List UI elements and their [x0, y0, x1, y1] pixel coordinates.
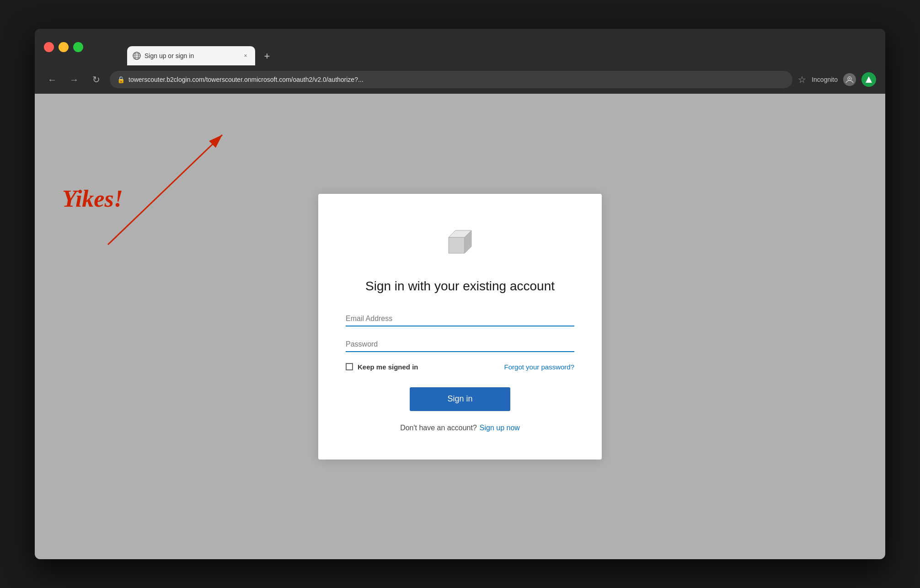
- incognito-icon: [843, 73, 856, 86]
- reload-button[interactable]: ↻: [88, 71, 104, 88]
- password-input[interactable]: [346, 337, 574, 352]
- yikes-annotation: Yikes!: [62, 185, 123, 212]
- tab-title: Sign up or sign in: [144, 52, 238, 59]
- password-form-group: [346, 337, 574, 352]
- email-input[interactable]: [346, 312, 574, 326]
- browser-tab[interactable]: Sign up or sign in ×: [127, 46, 255, 65]
- svg-marker-10: [449, 237, 465, 253]
- url-path: /towerscouter.onmicrosoft.com/oauth2/v2.…: [204, 76, 364, 83]
- no-account-text: Don't have an account?: [400, 424, 477, 432]
- login-card: Sign in with your existing account Keep …: [318, 194, 602, 460]
- svg-line-9: [108, 135, 222, 245]
- sign-in-title: Sign in with your existing account: [365, 279, 555, 294]
- tab-bar: Sign up or sign in × +: [91, 46, 312, 65]
- address-field[interactable]: 🔒 towerscouter.b2clogin.com/towerscouter…: [110, 71, 792, 88]
- svg-marker-7: [866, 76, 872, 83]
- url-main: towerscouter.b2clogin.com: [128, 76, 204, 83]
- sign-up-row: Don't have an account? Sign up now: [400, 424, 520, 432]
- options-row: Keep me signed in Forgot your password?: [346, 363, 574, 371]
- svg-point-6: [849, 78, 850, 80]
- keep-signed-in-label[interactable]: Keep me signed in: [346, 363, 418, 371]
- email-form-group: [346, 312, 574, 326]
- address-actions: ☆ Incognito: [798, 72, 876, 87]
- bookmark-icon[interactable]: ☆: [798, 74, 806, 85]
- title-bar: Sign up or sign in × +: [35, 29, 885, 65]
- new-tab-button[interactable]: +: [259, 48, 275, 64]
- tab-favicon-icon: [133, 52, 141, 60]
- close-window-button[interactable]: [44, 42, 54, 52]
- profile-button[interactable]: [861, 72, 876, 87]
- traffic-lights: [44, 42, 83, 52]
- minimize-window-button[interactable]: [59, 42, 69, 52]
- forward-button[interactable]: →: [66, 71, 82, 88]
- maximize-window-button[interactable]: [73, 42, 83, 52]
- address-bar: ← → ↻ 🔒 towerscouter.b2clogin.com/towers…: [35, 65, 885, 94]
- lock-icon: 🔒: [117, 76, 125, 83]
- page-content: Yikes!: [35, 94, 885, 559]
- sign-in-button[interactable]: Sign in: [410, 387, 510, 411]
- url-text: towerscouter.b2clogin.com/towerscouter.o…: [128, 76, 364, 83]
- app-logo: [439, 221, 481, 264]
- tab-close-button[interactable]: ×: [241, 52, 250, 60]
- sign-up-link[interactable]: Sign up now: [480, 424, 520, 432]
- forgot-password-link[interactable]: Forgot your password?: [504, 363, 574, 371]
- back-button[interactable]: ←: [44, 71, 60, 88]
- keep-signed-in-checkbox[interactable]: [346, 363, 353, 370]
- keep-signed-in-text: Keep me signed in: [358, 363, 418, 371]
- incognito-label: Incognito: [812, 76, 838, 83]
- browser-window: Sign up or sign in × + ← → ↻ 🔒 towerscou…: [35, 29, 885, 559]
